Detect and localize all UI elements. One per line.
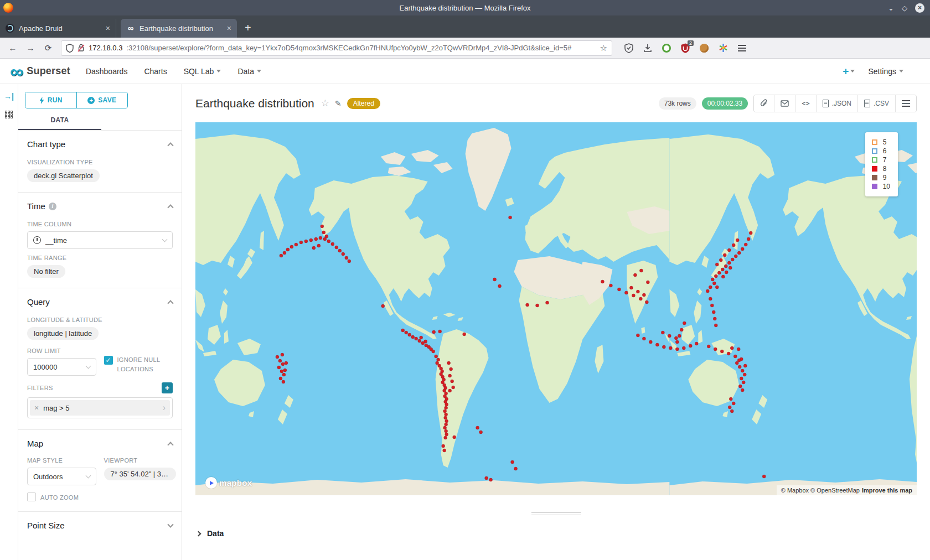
earthquake-point[interactable] (675, 340, 679, 344)
map-attribution[interactable]: © Mapbox © OpenStreetMapImprove this map (777, 485, 917, 495)
earthquake-point[interactable] (453, 435, 456, 439)
ghostery-extension-icon[interactable] (661, 43, 672, 54)
nav-data[interactable]: Data (237, 67, 261, 76)
earthquake-point[interactable] (714, 274, 717, 278)
earthquake-point[interactable] (442, 444, 445, 448)
earthquake-point[interactable] (741, 247, 744, 251)
row-limit-select[interactable]: 100000 (27, 358, 96, 376)
chevron-right-icon[interactable]: › (163, 403, 166, 413)
earthquake-point[interactable] (732, 402, 735, 405)
new-item-button[interactable]: + (843, 65, 855, 77)
earthquake-point[interactable] (345, 256, 348, 260)
back-button[interactable]: ← (6, 41, 20, 55)
earthquake-point[interactable] (338, 249, 342, 252)
earthquake-point[interactable] (283, 369, 287, 372)
earthquake-point[interactable] (711, 278, 714, 281)
earthquake-point[interactable] (321, 225, 324, 228)
earthquake-point[interactable] (448, 374, 452, 377)
earthquake-point[interactable] (728, 406, 731, 409)
tab-data[interactable]: DATA (18, 116, 101, 130)
deckgl-map[interactable]: 5678910 mapbox © Mapbox © OpenStreetMapI… (195, 122, 917, 495)
earthquake-point[interactable] (526, 303, 529, 307)
earthquake-point[interactable] (509, 216, 512, 219)
earthquake-point[interactable] (536, 304, 539, 307)
earthquake-point[interactable] (401, 329, 405, 332)
earthquake-point[interactable] (418, 339, 421, 343)
earthquake-point[interactable] (727, 261, 731, 265)
earthquake-point[interactable] (728, 266, 732, 269)
window-close-icon[interactable]: × (915, 3, 924, 13)
earthquake-point[interactable] (282, 380, 285, 383)
tab-close-icon[interactable]: × (106, 24, 110, 33)
nav-charts[interactable]: Charts (144, 67, 167, 76)
earthquake-point[interactable] (743, 373, 746, 376)
earthquake-point[interactable] (741, 369, 744, 372)
earthquake-point[interactable] (312, 246, 316, 250)
earthquake-point[interactable] (327, 240, 330, 243)
earthquake-point[interactable] (278, 359, 282, 362)
earthquake-point[interactable] (314, 237, 318, 241)
earthquake-point[interactable] (668, 334, 671, 338)
viz-type-value[interactable]: deck.gl Scatterplot (27, 169, 100, 182)
earthquake-point[interactable] (331, 242, 334, 246)
earthquake-point[interactable] (721, 268, 724, 271)
earthquake-point[interactable] (709, 297, 712, 300)
earthquake-point[interactable] (645, 300, 648, 304)
earthquake-point[interactable] (411, 335, 415, 339)
earthquake-point[interactable] (279, 377, 282, 380)
legend-item[interactable]: 10 (872, 182, 890, 191)
earthquake-point[interactable] (445, 406, 448, 409)
dataset-grid-icon[interactable] (5, 111, 13, 118)
earthquake-point[interactable] (445, 433, 448, 436)
email-button[interactable] (774, 95, 795, 112)
menu-hamburger-icon[interactable] (736, 43, 747, 54)
nav-sql-lab[interactable]: SQL Lab (184, 67, 221, 76)
legend-item[interactable]: 6 (872, 147, 890, 155)
earthquake-point[interactable] (420, 336, 423, 339)
earthquake-point[interactable] (727, 248, 731, 252)
earthquake-point[interactable] (649, 340, 652, 344)
earthquake-point[interactable] (727, 352, 730, 355)
run-button[interactable]: RUN (25, 92, 76, 108)
earthquake-point[interactable] (546, 301, 549, 304)
earthquake-point[interactable] (432, 350, 435, 353)
earthquake-point[interactable] (443, 409, 447, 413)
earthquake-point[interactable] (489, 478, 493, 481)
earthquake-point[interactable] (742, 381, 745, 384)
remove-filter-icon[interactable]: × (34, 403, 39, 412)
earthquake-point[interactable] (737, 348, 740, 351)
earthquake-point[interactable] (432, 330, 436, 334)
mapbox-logo[interactable]: mapbox (205, 477, 252, 489)
earthquake-point[interactable] (661, 331, 664, 334)
earthquake-point[interactable] (498, 284, 502, 288)
export-json-button[interactable]: .JSON (816, 95, 857, 112)
earthquake-point[interactable] (683, 322, 686, 325)
earthquake-point[interactable] (447, 361, 451, 365)
earthquake-point[interactable] (636, 290, 639, 293)
data-results-panel[interactable]: Data (197, 529, 930, 538)
nav-dashboards[interactable]: Dashboards (86, 67, 128, 76)
earthquake-point[interactable] (629, 286, 633, 289)
legend-item[interactable]: 7 (872, 155, 890, 164)
earthquake-point[interactable] (736, 238, 739, 242)
time-column-select[interactable]: __time (27, 231, 173, 249)
earthquake-point[interactable] (744, 243, 747, 246)
earthquake-point[interactable] (445, 403, 448, 406)
earthquake-point[interactable] (662, 345, 665, 349)
earthquake-point[interactable] (639, 297, 642, 300)
url-bar[interactable]: 172.18.0.3:32108/superset/explore/?form_… (61, 40, 612, 56)
earthquake-point[interactable] (463, 333, 466, 336)
earthquake-point[interactable] (280, 370, 283, 373)
reload-button[interactable]: ⟳ (41, 41, 55, 55)
earthquake-point[interactable] (445, 419, 448, 423)
browser-tab-apache-druid[interactable]: Apache Druid × (0, 19, 116, 38)
browser-tab-earthquake-distribution[interactable]: ∞ Earthquake distribution × (121, 19, 237, 38)
earthquake-point[interactable] (436, 361, 439, 365)
extension-asterisk-icon[interactable] (717, 43, 728, 54)
earthquake-point[interactable] (737, 251, 741, 255)
earthquake-point[interactable] (762, 475, 766, 478)
earthquake-point[interactable] (514, 467, 518, 470)
earthquake-point[interactable] (424, 340, 427, 343)
bookmark-star-icon[interactable]: ☆ (600, 43, 607, 53)
earthquake-point[interactable] (342, 252, 345, 256)
